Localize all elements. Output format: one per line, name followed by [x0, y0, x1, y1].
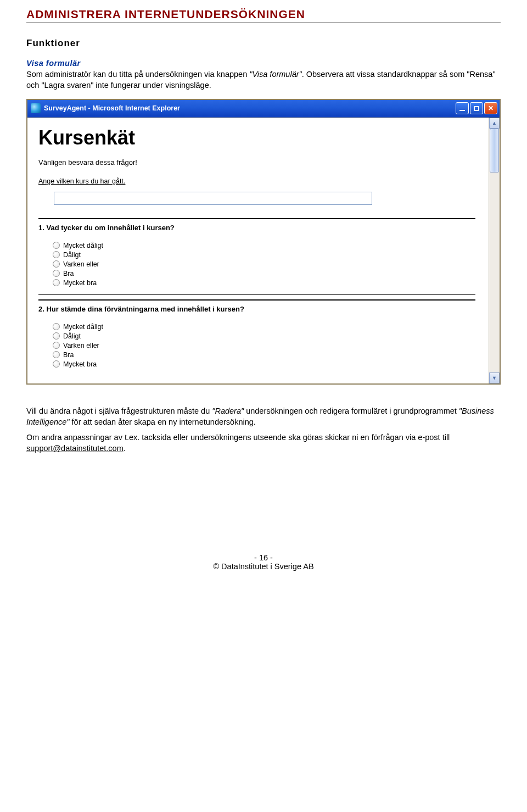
minimize-button[interactable] — [456, 102, 469, 114]
text: undersökningen och redigera formuläret i… — [244, 407, 459, 415]
copyright: © DataInstitutet i Sverige AB — [26, 562, 501, 571]
radio-icon — [53, 270, 60, 277]
text: . — [124, 444, 126, 453]
option[interactable]: Mycket bra — [53, 279, 475, 287]
radio-icon — [53, 360, 60, 368]
text-italic: "Radera" — [212, 407, 244, 415]
screenshot-window: SurveyAgent - Microsoft Internet Explore… — [26, 99, 501, 385]
divider — [38, 218, 475, 219]
close-button[interactable] — [484, 102, 497, 114]
subsection-heading: Visa formulär — [26, 59, 501, 68]
ie-icon — [31, 103, 41, 113]
option[interactable]: Mycket dåligt — [53, 323, 475, 331]
option-label: Varken eller — [63, 342, 99, 349]
option[interactable]: Bra — [53, 270, 475, 277]
window-titlebar: SurveyAgent - Microsoft Internet Explore… — [27, 100, 500, 118]
divider — [38, 299, 475, 301]
option[interactable]: Dåligt — [53, 332, 475, 340]
option-label: Dåligt — [63, 332, 81, 340]
survey-prompt: Ange vilken kurs du har gått. — [38, 177, 475, 185]
option[interactable]: Mycket bra — [53, 360, 475, 368]
survey-instruction: Vänligen besvara dessa frågor! — [38, 158, 475, 166]
window-title: SurveyAgent - Microsoft Internet Explore… — [44, 104, 456, 112]
section-heading: Funktioner — [26, 38, 501, 49]
radio-icon — [53, 323, 60, 330]
paragraph-3: Om andra anpassningar av t.ex. tacksida … — [26, 432, 501, 454]
option-label: Mycket dåligt — [63, 242, 103, 249]
scroll-thumb[interactable] — [490, 129, 499, 173]
survey-content: Kursenkät Vänligen besvara dessa frågor!… — [27, 118, 489, 383]
text: för att sedan åter skapa en ny internetu… — [70, 418, 256, 426]
option[interactable]: Varken eller — [53, 342, 475, 349]
page-footer: - 16 - © DataInstitutet i Sverige AB — [26, 553, 501, 571]
option[interactable]: Varken eller — [53, 260, 475, 268]
maximize-button[interactable] — [470, 102, 483, 114]
scroll-down-button[interactable] — [489, 372, 500, 383]
text: Om andra anpassningar av t.ex. tacksida … — [26, 433, 450, 442]
window-body: Kursenkät Vänligen besvara dessa frågor!… — [27, 118, 500, 383]
divider — [38, 294, 475, 295]
paragraph-2: Vill du ändra något i själva frågestrukt… — [26, 405, 501, 428]
page-title: ADMINISTRERA INTERNETUNDERSÖKNINGEN — [26, 8, 501, 23]
radio-icon — [53, 351, 60, 358]
text: Vill du ändra något i själva frågestrukt… — [26, 407, 212, 415]
option-label: Mycket bra — [63, 279, 97, 287]
radio-icon — [53, 242, 60, 249]
radio-icon — [53, 342, 60, 349]
paragraph-1: Som administratör kan du titta på unders… — [26, 69, 501, 91]
option[interactable]: Dåligt — [53, 251, 475, 259]
support-email-link[interactable]: support@datainstitutet.com — [26, 444, 124, 453]
option[interactable]: Mycket dåligt — [53, 242, 475, 249]
option-label: Mycket dåligt — [63, 323, 103, 331]
option-label: Bra — [63, 270, 74, 277]
page-number: - 16 - — [26, 553, 501, 562]
radio-icon — [53, 332, 60, 340]
scroll-up-button[interactable] — [489, 118, 500, 129]
option-label: Bra — [63, 351, 74, 359]
window-controls — [456, 102, 497, 114]
scrollbar[interactable] — [489, 118, 500, 383]
option-label: Dåligt — [63, 251, 81, 259]
radio-icon — [53, 260, 60, 268]
radio-icon — [53, 279, 60, 286]
text: Som administratör kan du titta på unders… — [26, 70, 249, 79]
scroll-track[interactable] — [489, 129, 500, 372]
option-label: Varken eller — [63, 260, 99, 268]
question-1-options: Mycket dåligt Dåligt Varken eller Bra My… — [53, 242, 475, 287]
option[interactable]: Bra — [53, 351, 475, 359]
option-label: Mycket bra — [63, 360, 97, 368]
radio-icon — [53, 251, 60, 258]
question-2-options: Mycket dåligt Dåligt Varken eller Bra My… — [53, 323, 475, 368]
text-italic: "Visa formulär" — [249, 70, 301, 79]
question-2-label: 2. Hur stämde dina förväntningarna med i… — [38, 305, 475, 313]
course-input[interactable] — [54, 192, 372, 205]
survey-title: Kursenkät — [38, 126, 475, 149]
question-1-label: 1. Vad tycker du om innehållet i kursen? — [38, 224, 475, 232]
